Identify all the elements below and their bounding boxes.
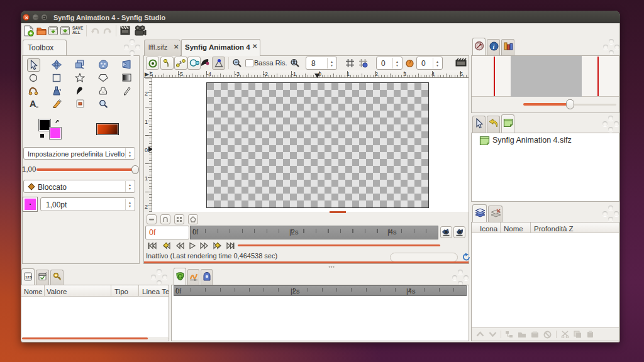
svg-text:A: A: [30, 99, 36, 108]
svg-text:i: i: [493, 43, 495, 50]
svg-text:123: 123: [25, 275, 32, 279]
